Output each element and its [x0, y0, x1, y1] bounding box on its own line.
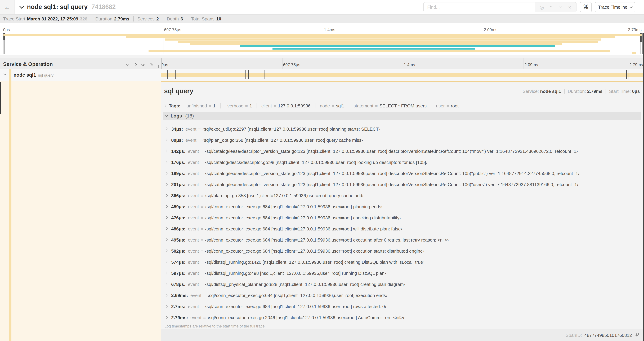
log-field-key: event: [188, 259, 199, 265]
axis-tick-label: 1.4ms: [324, 27, 335, 32]
log-field-value: ‹sql/conn_executor_exec.go:2046 [nsql1,c…: [208, 315, 404, 320]
view-select-button[interactable]: Trace Timeline: [595, 2, 635, 12]
log-row[interactable]: 502μs:event=‹sql/conn_executor_exec.go:6…: [163, 245, 641, 256]
log-row[interactable]: 80μs:event=‹sql/plan_opt.go:358 [nsql1,c…: [163, 134, 641, 146]
service-value: node sql1: [540, 89, 561, 94]
trace-meta-item: Duration2.79ms: [91, 16, 129, 21]
log-row[interactable]: 2.7ms:event=‹sql/conn_executor_exec.go:6…: [163, 301, 641, 312]
meta-label: Trace Start: [3, 16, 25, 21]
tag-item[interactable]: _unfinished=1: [184, 103, 216, 108]
log-timestamp: 574μs:: [171, 259, 186, 265]
log-field-value: ‹sql/conn_executor_exec.go:684 [nsql1,cl…: [205, 248, 424, 253]
meta-label: Depth: [167, 16, 179, 21]
logs-header[interactable]: Logs (18): [163, 112, 641, 120]
axis-tick-label: 2.09ms: [524, 62, 538, 67]
log-row[interactable]: 476μs:event=‹sql/conn_executor_exec.go:6…: [163, 212, 641, 223]
service-label: Service:: [523, 89, 539, 94]
tags-row[interactable]: Tags: _unfinished=1_verbose=1client=127.…: [164, 103, 458, 109]
tag-item[interactable]: client=127.0.0.1:59936: [256, 103, 310, 108]
find-prev-icon[interactable]: [548, 4, 554, 10]
duration-label: Duration:: [568, 89, 586, 94]
log-marker-tick: [244, 70, 244, 79]
collapse-one-icon[interactable]: [126, 62, 129, 66]
log-field-key: event: [188, 270, 199, 276]
span-detail-overview: Service: node sql1 Duration: 2.79ms Star…: [523, 89, 640, 94]
collapse-span-chevron-icon[interactable]: [4, 72, 6, 75]
minimap-span: [126, 36, 615, 38]
scrollbar[interactable]: [643, 33, 644, 341]
log-field-key: event: [186, 137, 196, 143]
equals-sign: =: [201, 281, 203, 287]
log-timestamp: 34μs:: [171, 126, 183, 132]
log-field-value: ‹sql/conn_executor_exec.go:684 [nsql1,cl…: [208, 293, 388, 298]
collapse-trace-chevron-icon[interactable]: [20, 4, 24, 8]
chevron-right-icon: [165, 216, 168, 219]
log-row[interactable]: 366μs:event=‹sql/plan_opt.go:358 [nsql1,…: [163, 190, 641, 201]
log-row[interactable]: 574μs:event=‹sql/distsql_running.go:1420…: [163, 256, 641, 267]
find-input[interactable]: [424, 2, 535, 12]
minimap-canvas[interactable]: [3, 33, 642, 54]
chevron-down-icon: [165, 114, 168, 117]
column-resizer-handle[interactable]: [158, 65, 160, 68]
log-row[interactable]: 142μs:event=‹sql/catalog/lease/descripto…: [163, 146, 641, 157]
span-row[interactable]: node sql1 sql query: [0, 69, 644, 81]
equals-sign: =: [201, 182, 203, 187]
log-row[interactable]: 597μs:event=‹sql/distsql_running.go:498 …: [163, 267, 641, 279]
trace-meta-item: Total Spans10: [187, 16, 221, 21]
tag-key: _unfinished: [184, 103, 207, 108]
log-row[interactable]: 459μs:event=‹sql/conn_executor_exec.go:6…: [163, 201, 641, 212]
log-field-value: ‹sql/exec_util.go:2297 [nsql1,client=127…: [202, 126, 380, 132]
back-button[interactable]: ←: [0, 0, 15, 14]
expand-all-icon[interactable]: [149, 63, 153, 66]
tag-key: user: [436, 103, 445, 108]
logs-count: (18): [185, 113, 194, 119]
log-row[interactable]: 2.69ms:event=‹sql/conn_executor_exec.go:…: [163, 290, 641, 301]
log-timestamp: 2.7ms:: [171, 304, 186, 309]
trace-meta-item: Depth6: [162, 16, 183, 21]
meta-value-suffix: .326: [78, 16, 88, 21]
log-row[interactable]: 678μs:event=‹sql/distsql_physical_planne…: [163, 279, 641, 290]
equals-sign: =: [201, 226, 203, 231]
log-field-key: event: [188, 215, 199, 220]
trace-meta-bar: Trace StartMarch 31 2022, 17:25:09.326Du…: [0, 15, 644, 23]
meta-value: March 31 2022, 17:25:09: [27, 16, 78, 21]
equals-sign: =: [201, 193, 203, 198]
log-row[interactable]: 189μs:event=‹sql/catalog/lease/descripto…: [163, 168, 641, 179]
log-row[interactable]: 2.79ms:event=‹sql/conn_executor_exec.go:…: [163, 312, 641, 323]
chevron-right-icon: [165, 172, 168, 175]
locate-icon[interactable]: ◎: [539, 4, 545, 10]
equals-sign: =: [201, 160, 203, 165]
tag-item[interactable]: statement=SELECT * FROM users: [349, 103, 426, 108]
collapse-all-icon[interactable]: [142, 64, 144, 66]
log-timestamp: 486μs:: [171, 226, 186, 231]
equals-sign: =: [201, 149, 203, 154]
log-row[interactable]: 34μs:event=‹sql/exec_util.go:2297 [nsql1…: [163, 123, 641, 134]
keyboard-shortcuts-button[interactable]: ⌘: [580, 2, 592, 12]
tag-item[interactable]: user=root: [431, 103, 458, 108]
find-next-icon[interactable]: [558, 4, 563, 10]
link-icon[interactable]: [634, 333, 639, 337]
timeline-minimap: 0μs697.75μs1.4ms2.09ms2.79ms: [0, 23, 644, 55]
axis-tick-label: 0μs: [3, 27, 10, 32]
chevron-right-icon: [165, 261, 168, 263]
clear-find-icon[interactable]: ×: [567, 4, 572, 10]
chevron-right-icon: [165, 194, 168, 197]
log-field-value: ‹sql/plan_opt.go:358 [nsql1,client=127.0…: [202, 137, 363, 143]
log-row[interactable]: 495μs:event=‹sql/conn_executor_exec.go:6…: [163, 234, 641, 245]
tag-item[interactable]: _verbose=1: [220, 103, 252, 108]
log-field-value: ‹sql/conn_executor_exec.go:684 [nsql1,cl…: [205, 304, 386, 309]
chevron-right-icon: [165, 128, 168, 130]
chevron-right-icon: [165, 183, 168, 186]
tag-item[interactable]: node=sql1: [315, 103, 344, 108]
spanid-value: 4877749850101760812: [584, 332, 632, 338]
equals-sign: =: [201, 171, 203, 176]
log-row[interactable]: 486μs:event=‹sql/conn_executor_exec.go:6…: [163, 223, 641, 234]
log-timestamp: 80μs:: [171, 137, 183, 143]
logs-note: Log timestamps are relative to the start…: [164, 324, 266, 328]
log-row[interactable]: 201μs:event=‹sql/catalog/lease/descripto…: [163, 179, 641, 190]
log-field-value: ‹sql/conn_executor_exec.go:684 [nsql1,cl…: [205, 237, 449, 242]
log-row[interactable]: 176μs:event=‹sql/catalog/descs/descripto…: [163, 157, 641, 168]
expand-one-icon[interactable]: [134, 63, 137, 66]
divider: [0, 55, 644, 58]
log-field-value: ‹sql/catalog/lease/descriptor_version_st…: [205, 171, 580, 176]
